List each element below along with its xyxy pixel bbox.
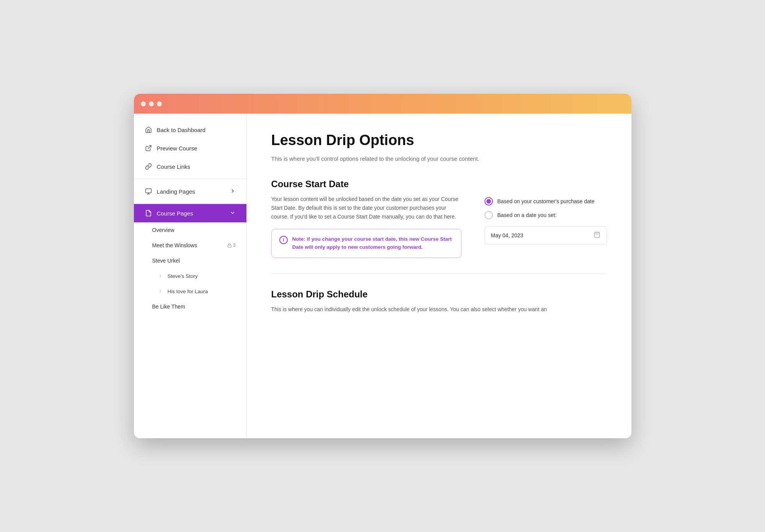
lesson-drip-schedule-desc: This is where you can individually edit …: [271, 305, 607, 314]
dot-maximize[interactable]: [157, 101, 162, 106]
section-divider: [271, 273, 607, 274]
main-content: Lesson Drip Options This is where you'll…: [247, 114, 631, 438]
sidebar-item-be-like-them[interactable]: Be Like Them: [134, 299, 246, 314]
radio-outer-selected: [484, 197, 493, 206]
info-box: i Note: if you change your course start …: [271, 229, 462, 258]
his-love-for-laura-label: His love for Laura: [168, 289, 208, 294]
chevron-right-icon: [230, 188, 236, 195]
titlebar: [134, 94, 631, 114]
radio-purchase-date[interactable]: Based on your customer's purchase date: [484, 197, 607, 206]
lesson-drip-schedule-section: Lesson Drip Schedule This is where you c…: [271, 289, 607, 314]
traffic-lights: [141, 101, 162, 106]
lesson-drip-schedule-title: Lesson Drip Schedule: [271, 289, 607, 300]
course-pages-label: Course Pages: [157, 210, 193, 217]
sidebar-course-pages-section: Course Pages Overview Meet the Winslows: [134, 204, 246, 317]
svg-rect-4: [228, 245, 231, 248]
date-input[interactable]: May 04, 2023: [484, 226, 607, 245]
date-value: May 04, 2023: [491, 232, 589, 238]
monitor-icon: [145, 188, 152, 195]
home-icon: [145, 126, 152, 134]
sidebar-item-course-links[interactable]: Course Links: [134, 157, 246, 176]
link-icon: [145, 163, 152, 170]
radio-outer-unselected: [484, 211, 493, 219]
external-link-icon: [145, 144, 152, 152]
page-title: Lesson Drip Options: [271, 132, 607, 149]
svg-rect-5: [594, 232, 600, 238]
overview-label: Overview: [152, 227, 175, 233]
steves-story-label: Steve's Story: [168, 273, 198, 279]
sidebar-middle-section: Landing Pages: [134, 179, 246, 204]
info-icon: i: [279, 236, 288, 244]
sidebar-item-steves-story[interactable]: Steve's Story: [134, 268, 246, 284]
sidebar: Back to Dashboard Preview Course: [134, 114, 247, 438]
svg-line-0: [148, 145, 151, 149]
radio-custom-date-label: Based on a date you set:: [497, 212, 557, 218]
sidebar-item-course-pages[interactable]: Course Pages: [134, 204, 246, 222]
sidebar-top-section: Back to Dashboard Preview Course: [134, 117, 246, 179]
course-start-date-right: Based on your customer's purchase date B…: [484, 195, 607, 245]
sidebar-item-back-to-dashboard[interactable]: Back to Dashboard: [134, 121, 246, 139]
preview-course-label: Preview Course: [157, 145, 197, 152]
app-window: Back to Dashboard Preview Course: [134, 94, 631, 438]
sidebar-item-his-love-for-laura[interactable]: His love for Laura: [134, 284, 246, 299]
course-start-date-desc: Your lesson content will be unlocked bas…: [271, 195, 462, 221]
info-text: Note: if you change your course start da…: [292, 235, 453, 251]
calendar-icon: [594, 231, 600, 240]
sidebar-item-steve-urkel[interactable]: Steve Urkel: [134, 253, 246, 268]
sidebar-item-preview-course[interactable]: Preview Course: [134, 139, 246, 157]
course-start-date-body: Your lesson content will be unlocked bas…: [271, 195, 607, 258]
svg-rect-1: [145, 189, 151, 193]
file-icon: [145, 209, 152, 217]
sidebar-item-overview[interactable]: Overview: [134, 222, 246, 238]
radio-inner: [486, 199, 491, 204]
course-start-date-title: Course Start Date: [271, 179, 607, 189]
sidebar-item-meet-the-winslows[interactable]: Meet the Winslows 3: [134, 238, 246, 253]
dot-minimize[interactable]: [149, 101, 154, 106]
be-like-them-label: Be Like Them: [152, 304, 185, 310]
steve-urkel-label: Steve Urkel: [152, 258, 180, 264]
course-links-label: Course Links: [157, 163, 191, 170]
landing-pages-label: Landing Pages: [157, 188, 195, 195]
dot-close[interactable]: [141, 101, 146, 106]
chevron-down-icon: [230, 210, 236, 217]
radio-group: Based on your customer's purchase date B…: [484, 197, 607, 219]
nested-arrow-his-love: [157, 288, 164, 295]
course-start-date-section: Course Start Date Your lesson content wi…: [271, 179, 607, 258]
course-start-date-left: Your lesson content will be unlocked bas…: [271, 195, 462, 258]
radio-purchase-date-label: Based on your customer's purchase date: [497, 198, 595, 204]
back-to-dashboard-label: Back to Dashboard: [157, 127, 206, 133]
radio-custom-date[interactable]: Based on a date you set:: [484, 211, 607, 219]
lock-badge: 3: [227, 243, 236, 248]
app-body: Back to Dashboard Preview Course: [134, 114, 631, 438]
sidebar-item-landing-pages[interactable]: Landing Pages: [134, 182, 246, 201]
page-subtitle: This is where you'll control options rel…: [271, 155, 607, 163]
nested-arrow-steves-story: [157, 273, 164, 279]
meet-the-winslows-label: Meet the Winslows: [152, 242, 197, 248]
